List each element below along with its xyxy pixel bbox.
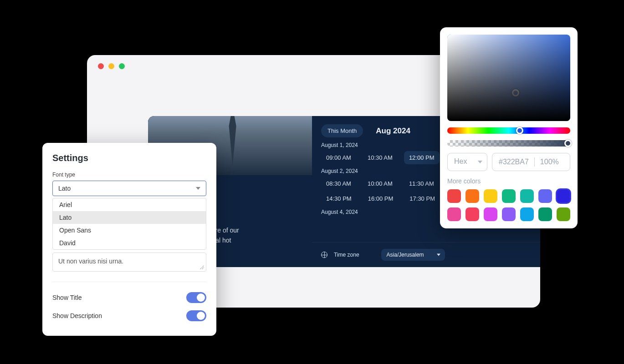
color-picker-panel: Hex #322BA7 100% More colors — [440, 27, 578, 228]
color-swatch[interactable] — [520, 189, 534, 203]
color-swatch[interactable] — [465, 189, 479, 203]
show-title-label: Show Title — [52, 294, 82, 301]
globe-icon — [321, 252, 327, 258]
description-textarea[interactable]: Ut non varius nisi urna. — [52, 253, 206, 272]
color-value-input[interactable]: #322BA7 100% — [492, 153, 570, 171]
settings-panel: Settings Font type Lato ArielLatoOpen Sa… — [42, 143, 216, 336]
minimize-window-icon[interactable] — [108, 63, 114, 69]
time-slot[interactable]: 10:00 AM — [363, 177, 398, 190]
font-option[interactable]: David — [53, 237, 206, 249]
sv-cursor[interactable] — [512, 89, 519, 96]
color-swatch[interactable] — [447, 189, 461, 203]
color-swatch[interactable] — [538, 189, 552, 203]
timezone-bar: Time zone Asia/Jerusalem — [312, 242, 540, 267]
alpha-slider[interactable] — [447, 140, 570, 147]
this-month-button[interactable]: This Month — [321, 124, 363, 137]
timezone-label: Time zone — [334, 252, 359, 258]
close-window-icon[interactable] — [98, 63, 104, 69]
time-slot[interactable]: 14:30 PM — [321, 192, 357, 205]
color-saturation-value-field[interactable] — [447, 35, 570, 121]
time-slot[interactable]: 11:30 AM — [404, 177, 439, 190]
divider — [52, 282, 206, 282]
color-swatch[interactable] — [520, 207, 534, 221]
hue-thumb[interactable] — [516, 127, 523, 134]
show-title-toggle[interactable] — [186, 292, 206, 303]
color-format-select[interactable]: Hex — [447, 153, 487, 171]
chevron-down-icon — [196, 187, 200, 190]
color-swatch[interactable] — [465, 207, 479, 221]
font-option[interactable]: Ariel — [53, 198, 206, 211]
color-swatch[interactable] — [484, 189, 497, 203]
color-swatch[interactable] — [447, 207, 461, 221]
time-slot[interactable]: 09:00 AM — [321, 151, 356, 164]
maximize-window-icon[interactable] — [119, 63, 125, 69]
color-swatch[interactable] — [557, 189, 570, 203]
color-swatch[interactable] — [502, 207, 516, 221]
font-type-label: Font type — [52, 172, 206, 178]
time-slot[interactable]: 10:30 AM — [363, 151, 398, 164]
swatch-grid — [447, 189, 570, 221]
show-description-toggle[interactable] — [186, 310, 206, 321]
time-slot[interactable]: 12:00 PM — [404, 151, 440, 164]
more-colors-label: More colors — [447, 177, 570, 185]
time-slot[interactable]: 17:30 PM — [404, 192, 440, 205]
time-slot[interactable]: 08:30 AM — [321, 177, 356, 190]
settings-title: Settings — [52, 153, 206, 163]
time-slot[interactable]: 16:00 PM — [363, 192, 399, 205]
color-swatch[interactable] — [502, 189, 516, 203]
timezone-select[interactable]: Asia/Jerusalem — [381, 249, 445, 261]
font-option[interactable]: Open Sans — [53, 224, 206, 237]
hue-slider[interactable] — [447, 127, 570, 134]
color-swatch[interactable] — [484, 207, 497, 221]
month-label: Aug 2024 — [376, 126, 410, 136]
color-swatch[interactable] — [557, 207, 570, 221]
alpha-thumb[interactable] — [564, 140, 572, 147]
color-swatch[interactable] — [538, 207, 552, 221]
font-option[interactable]: Lato — [53, 211, 206, 224]
show-description-label: Show Description — [52, 312, 102, 319]
font-type-select[interactable]: Lato — [52, 181, 206, 196]
font-type-dropdown: ArielLatoOpen SansDavid — [52, 198, 206, 250]
